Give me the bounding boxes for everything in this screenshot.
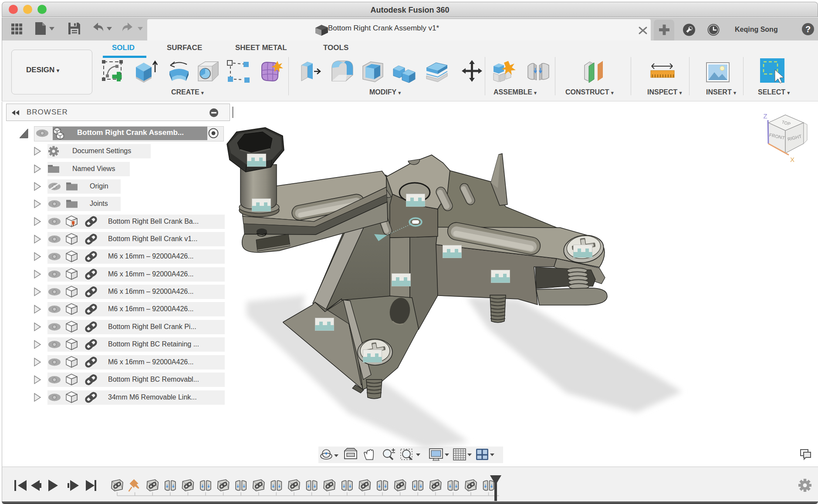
svg-text:?: ? bbox=[805, 24, 811, 34]
